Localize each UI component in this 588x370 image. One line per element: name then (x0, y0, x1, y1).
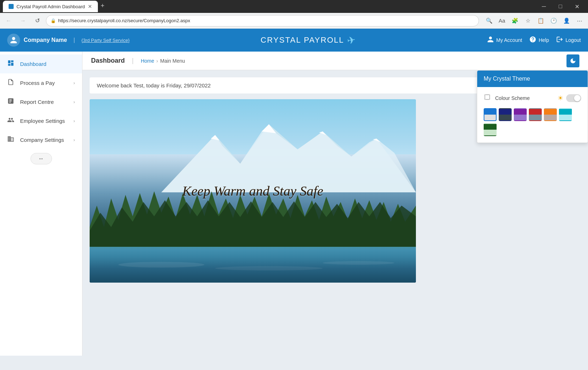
swatch-purple[interactable] (514, 108, 527, 121)
mountain-svg (90, 121, 416, 192)
toggle-knob (574, 95, 580, 101)
history-button[interactable]: 🕐 (548, 15, 559, 27)
forest-svg (90, 191, 416, 249)
colour-scheme-row: Colour Scheme ☀ (484, 93, 581, 102)
breadcrumb-separator-vertical: | (132, 57, 134, 64)
logo-text-label: CRYSTAL PAYROLL (261, 35, 344, 45)
process-pay-icon (7, 78, 15, 87)
sidebar-label-dashboard: Dashboard (20, 61, 46, 67)
new-tab-button[interactable]: + (98, 1, 108, 11)
help-label: Help (539, 37, 549, 43)
colour-scheme-label: Colour Scheme (495, 95, 558, 101)
favorites-button[interactable]: ☆ (522, 15, 534, 27)
breadcrumb-bar: Dashboard | Home › Main Menu (82, 52, 588, 70)
report-centre-icon (7, 97, 15, 106)
browser-toolbar: 🔍 Aa 🧩 ☆ 📋 🕐 👤 ⋯ (483, 15, 585, 27)
color-swatches (484, 108, 581, 136)
swatch-blue-light[interactable] (484, 108, 497, 121)
sidebar-item-company-settings[interactable]: Company Settings › (0, 130, 82, 149)
address-bar[interactable]: 🔒 https://secure.crystalpayroll.co.nz/se… (46, 15, 479, 27)
dashboard-icon (7, 59, 15, 68)
more-button[interactable]: ⋯ (574, 15, 585, 27)
swatch-green-dark[interactable] (484, 123, 497, 136)
logout-button[interactable]: Logout (556, 36, 581, 45)
sidebar-label-company-settings: Company Settings (20, 137, 64, 143)
page-title: Dashboard (91, 57, 125, 64)
chevron-icon-company-settings: › (74, 137, 75, 143)
theme-toggle-button[interactable] (566, 54, 579, 67)
theme-panel-header: My Crystal Theme (477, 71, 588, 87)
help-icon (529, 36, 536, 45)
breadcrumb: Home › Main Menu (141, 58, 185, 64)
profile-button[interactable]: 👤 (561, 15, 572, 27)
sidebar-label-employee-settings: Employee Settings (20, 118, 65, 124)
svg-point-9 (215, 266, 323, 270)
water-reflections (90, 247, 416, 283)
swatch-yellow[interactable] (544, 108, 557, 121)
swatch-red-gray[interactable] (529, 108, 542, 121)
svg-point-8 (118, 262, 204, 268)
welcome-text: Welcome back Test, today is Friday, 29/0… (97, 82, 211, 88)
forward-button[interactable]: → (17, 15, 29, 27)
svg-point-10 (323, 261, 394, 265)
self-service-link[interactable]: {3rd Party Self Service} (81, 38, 129, 43)
sidebar-label-process-pay: Process a Pay (20, 80, 55, 86)
refresh-button[interactable]: ↺ (32, 15, 43, 27)
dashboard-content: Welcome back Test, today is Friday, 29/0… (82, 70, 588, 356)
logout-icon (556, 36, 563, 45)
chevron-icon-employee-settings: › (74, 118, 75, 124)
extensions-button[interactable]: 🧩 (509, 15, 521, 27)
swatch-teal[interactable] (559, 108, 572, 121)
company-avatar (7, 34, 20, 47)
ssl-lock-icon: 🔒 (51, 18, 56, 23)
my-account-button[interactable]: My Account (487, 36, 522, 45)
sidebar-item-employee-settings[interactable]: Employee Settings › (0, 111, 82, 130)
browser-tab[interactable]: Crystal Payroll Admin Dashboard ✕ (3, 1, 98, 12)
company-name-label: Company Name (24, 37, 67, 43)
theme-panel-body: Colour Scheme ☀ (477, 87, 588, 143)
breadcrumb-current: Main Menu (160, 58, 185, 64)
sidebar-item-process-pay[interactable]: Process a Pay › (0, 73, 82, 92)
browser-titlebar: Crystal Payroll Admin Dashboard ✕ + ─ □ … (0, 0, 588, 13)
chevron-icon-process-pay: › (74, 80, 75, 86)
theme-panel-title: My Crystal Theme (484, 76, 530, 82)
logout-label: Logout (565, 37, 581, 43)
hero-image: Keep Warm and Stay Safe (90, 99, 416, 283)
close-button[interactable]: ✕ (569, 0, 585, 13)
collapse-icon: ↔ (38, 155, 44, 162)
my-account-icon (487, 36, 494, 45)
breadcrumb-arrow: › (156, 58, 158, 64)
tab-favicon (9, 4, 14, 9)
address-bar-row: ← → ↺ 🔒 https://secure.crystalpayroll.co… (0, 13, 588, 29)
main-layout: Dashboard Process a Pay › Report Centre … (0, 52, 588, 356)
search-browser-button[interactable]: 🔍 (483, 15, 495, 27)
maximize-button[interactable]: □ (552, 0, 569, 13)
logo-icon: ✈ (346, 34, 357, 47)
colour-scheme-icon (484, 93, 491, 102)
logo-area: CRYSTAL PAYROLL ✈ (129, 34, 487, 46)
tab-close-button[interactable]: ✕ (88, 4, 92, 9)
sidebar-collapse-button[interactable]: ↔ (30, 153, 52, 164)
employee-settings-icon (7, 116, 15, 125)
company-settings-icon (7, 135, 15, 144)
hero-tagline-text: Keep Warm and Stay Safe (182, 183, 323, 198)
sidebar-item-dashboard[interactable]: Dashboard (0, 54, 82, 73)
theme-panel: My Crystal Theme Colour Scheme ☀ (477, 70, 588, 143)
sidebar-item-report-centre[interactable]: Report Centre › (0, 92, 82, 111)
minimize-button[interactable]: ─ (536, 0, 552, 13)
reader-mode-button[interactable]: Aa (496, 15, 508, 27)
dark-mode-toggle[interactable] (566, 94, 581, 102)
help-button[interactable]: Help (529, 36, 549, 45)
header-actions: My Account Help Logout (487, 36, 581, 45)
header-divider: | (74, 37, 75, 43)
sidebar: Dashboard Process a Pay › Report Centre … (0, 52, 82, 356)
tab-title: Crystal Payroll Admin Dashboard (16, 4, 85, 9)
app-logo: CRYSTAL PAYROLL ✈ (261, 34, 356, 46)
svg-marker-1 (161, 124, 416, 192)
breadcrumb-home-link[interactable]: Home (141, 58, 154, 64)
chevron-icon-report-centre: › (74, 99, 75, 105)
collections-button[interactable]: 📋 (535, 15, 546, 27)
back-button[interactable]: ← (3, 15, 14, 27)
swatch-blue-dark[interactable] (499, 108, 512, 121)
content-area: Dashboard | Home › Main Menu Welcome bac… (82, 52, 588, 356)
